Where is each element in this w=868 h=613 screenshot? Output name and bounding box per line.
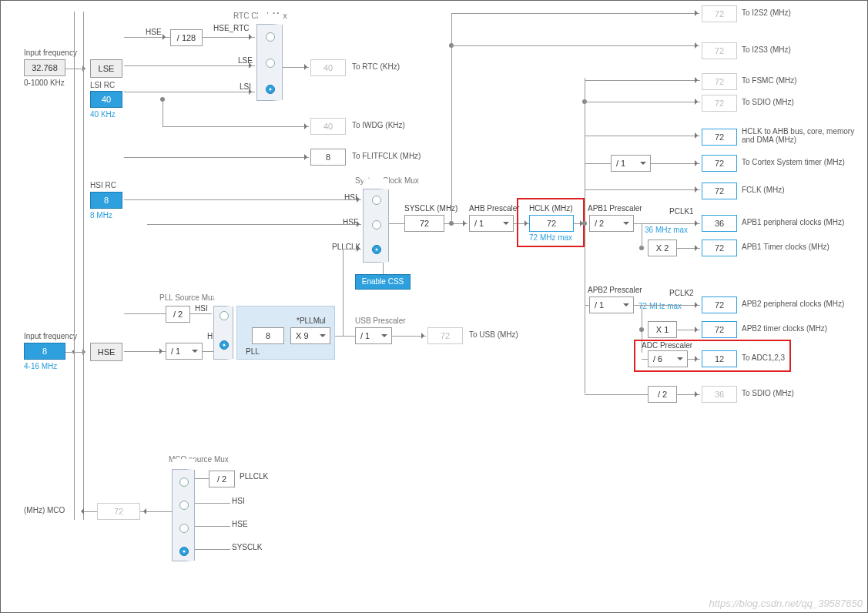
enable-css-button[interactable]: Enable CSS (355, 274, 411, 290)
mco-pllclk-sig: PLLCLK (240, 472, 268, 481)
pllmul-label: *PLLMul (297, 317, 326, 325)
cortex-value: 72 (702, 155, 737, 172)
pclk2-label: PCLK2 (669, 289, 694, 297)
hse-div-128: / 128 (170, 29, 203, 46)
hsi-rc-title: HSI RC (90, 181, 116, 189)
adc-highlight (634, 340, 791, 372)
lse-osc-box[interactable]: LSE (90, 59, 122, 78)
mco-out-label: (MHz) MCO (24, 506, 65, 514)
sys-port-pllclk[interactable] (372, 245, 381, 254)
lsi-value: 40 (90, 91, 122, 108)
pll-hsi-div2: / 2 (166, 306, 190, 323)
cortex-label: To Cortex System timer (MHz) (742, 158, 845, 166)
mco-port-hse[interactable] (179, 524, 189, 533)
lse-range: 0-1000 KHz (24, 79, 65, 87)
apb2-periph-label: APB2 peripheral clocks (MHz) (742, 300, 844, 308)
pll-hsi-sig: HSI (195, 304, 208, 313)
watermark: https://blog.csdn.net/qq_39587650 (709, 598, 863, 609)
usb-prescaler-select[interactable]: / 1 (355, 327, 392, 344)
mco-mux[interactable] (172, 469, 195, 561)
apb1-prescaler-select[interactable]: / 2 (589, 215, 634, 232)
usb-out-value: 72 (427, 327, 463, 344)
apb2-periph-value: 72 (702, 296, 737, 313)
sdio-value: 72 (702, 95, 737, 112)
hse-osc-box[interactable]: HSE (90, 343, 122, 361)
fsmc-label: To FSMC (MHz) (742, 76, 797, 85)
apb1-periph-label: APB1 peripheral clocks (MHz) (742, 218, 844, 226)
pll-src-hse[interactable] (220, 340, 229, 350)
apb1-prescaler-label: APB1 Prescaler (588, 204, 642, 213)
apb2-prescaler-select[interactable]: / 1 (589, 296, 634, 313)
sys-hsi-sig: HSI (344, 193, 357, 202)
apb1-note: 36 MHz max (645, 226, 688, 234)
apb1-periph-value: 36 (702, 215, 737, 232)
apb1-timer-value: 72 (702, 240, 737, 256)
sysclk-value[interactable]: 72 (404, 215, 444, 232)
clock-diagram: Input frequency 32.768 0-1000 KHz LSE LS… (0, 0, 868, 613)
hsi-value: 8 (90, 192, 122, 209)
sdio-label: To SDIO (MHz) (742, 98, 794, 106)
pll-src-hsi[interactable] (220, 311, 229, 320)
apb2-note: 72 MHz max (638, 302, 682, 310)
rtc-out-value: 40 (310, 59, 346, 76)
lse-input-label: Input frequency (24, 49, 77, 57)
sys-port-hse[interactable] (372, 220, 381, 229)
mco-sysclk-sig: SYSCLK (232, 543, 262, 551)
flitfclk-label: To FLITFCLK (MHz) (352, 152, 421, 160)
sdio2-label: To SDIO (MHz) (742, 389, 794, 397)
iwdg-out-label: To IWDG (KHz) (352, 121, 405, 129)
sys-clock-mux[interactable] (363, 189, 389, 263)
flitfclk-value: 8 (310, 149, 346, 166)
fclk-value: 72 (702, 183, 737, 199)
cortex-div-select[interactable]: / 1 (611, 155, 651, 172)
i2s3-label: To I2S3 (MHz) (742, 45, 791, 54)
rtc-out-label: To RTC (KHz) (352, 62, 400, 71)
apb1-timer-label: APB1 Timer clocks (MHz) (742, 243, 829, 251)
i2s2-label: To I2S2 (MHz) (742, 8, 791, 17)
pll-hse-prediv[interactable]: / 1 (166, 343, 203, 360)
ahb-bus-value: 72 (702, 129, 737, 146)
mco-hse-sig: HSE (232, 520, 248, 528)
apb1-timer-mul: X 2 (648, 240, 677, 256)
rtc-mux[interactable] (256, 24, 283, 101)
ahb-prescaler-label: AHB Prescaler (469, 204, 520, 213)
hse-range: 4-16 MHz (24, 362, 57, 370)
hse-sig: HSE (146, 28, 162, 36)
sys-port-hsi[interactable] (372, 196, 381, 205)
hclk-highlight (517, 198, 585, 247)
apb2-timer-value: 72 (702, 321, 737, 338)
mco-port-sysclk[interactable] (179, 547, 189, 556)
pll-input-value[interactable]: 8 (252, 327, 284, 344)
pllmul-select[interactable]: X 9 (290, 327, 330, 344)
usb-out-label: To USB (MHz) (469, 330, 518, 339)
pll-label: PLL (246, 347, 260, 356)
iwdg-out-value: 40 (310, 118, 346, 135)
hse-input-label: Input frequency (24, 332, 77, 340)
lsi-note: 40 KHz (90, 110, 116, 119)
ahb-bus-label: HCLK to AHB bus, core, memory and DMA (M… (742, 127, 857, 144)
sdio2-value: 36 (702, 386, 737, 403)
hse-input-value[interactable]: 8 (24, 343, 65, 360)
pclk1-label: PCLK1 (669, 207, 694, 216)
mco-port-hsi[interactable] (179, 501, 189, 510)
sdio-div2: / 2 (648, 386, 677, 403)
mco-port-pllclk[interactable] (179, 477, 189, 487)
i2s3-value: 72 (702, 42, 737, 59)
pll-source-mux[interactable] (213, 306, 233, 360)
mco-out-value: 72 (97, 503, 140, 520)
rtc-port-lsi[interactable] (266, 85, 275, 94)
apb2-timer-mul: X 1 (648, 321, 677, 338)
rtc-port-hse-rtc[interactable] (266, 32, 275, 42)
apb2-prescaler-label: APB2 Prescaler (588, 286, 642, 294)
hsi-note: 8 MHz (90, 211, 112, 219)
pll-source-mux-title: PLL Source Mux (159, 293, 216, 302)
apb2-timer-label: APB2 timer clocks (MHz) (742, 324, 827, 333)
mco-hsi-sig: HSI (232, 497, 245, 505)
lse-input-value[interactable]: 32.768 (24, 59, 65, 76)
rtc-port-lse[interactable] (266, 59, 275, 68)
lsi-rc-title: LSI RC (90, 81, 115, 89)
fclk-label: FCLK (MHz) (742, 186, 785, 194)
ahb-prescaler-select[interactable]: / 1 (469, 215, 514, 232)
mco-pll-div2: / 2 (209, 471, 235, 487)
i2s2-value: 72 (702, 5, 737, 22)
